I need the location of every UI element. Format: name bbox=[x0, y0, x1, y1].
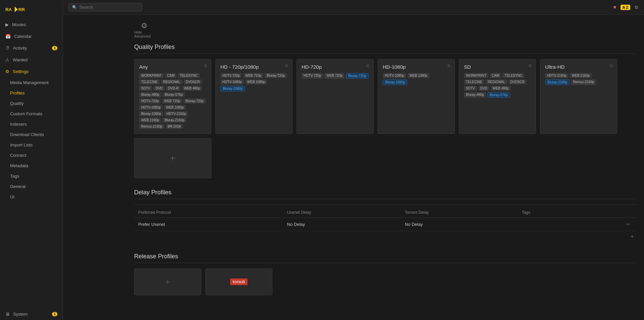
profile-tag: HDTV-2160p bbox=[164, 111, 188, 116]
system-icon: 🖥 bbox=[5, 312, 10, 317]
add-profile-plus-icon: + bbox=[170, 153, 175, 164]
copy-profile-button[interactable]: ⎘ bbox=[448, 63, 450, 68]
profile-tags-list: HDTV-1080pWEB 1080pBluray-1080p bbox=[383, 73, 450, 85]
sidebar-sub-tags[interactable]: Tags bbox=[0, 171, 63, 181]
col-usenet-delay: Usenet Delay bbox=[283, 207, 401, 218]
profile-tag: HDTV-1080p bbox=[139, 105, 163, 110]
add-delay-profile-button[interactable]: + bbox=[628, 233, 636, 241]
calendar-icon: 📅 bbox=[5, 34, 11, 39]
release-profile-card-koraub[interactable]: koraub bbox=[205, 268, 272, 295]
quality-profile-card-hd-720p[interactable]: ⎘HD-720pHDTV-720pWEB 720pBluray-720p bbox=[297, 59, 374, 134]
search-input[interactable] bbox=[79, 5, 139, 10]
profile-tag: Bluray-2160p bbox=[162, 118, 186, 123]
sidebar-item-settings[interactable]: ⚙ Settings bbox=[0, 66, 63, 77]
profile-tag: HDTV-720p bbox=[139, 99, 161, 104]
preferred-protocol-value: Prefer Usenet bbox=[134, 218, 283, 231]
profile-tag: TELESYNC bbox=[502, 73, 524, 78]
profile-tag: REGIONAL bbox=[161, 79, 182, 84]
copy-profile-button[interactable]: ⎘ bbox=[610, 63, 613, 68]
user-badge: A Z bbox=[621, 5, 630, 10]
topbar: 🔍 ♥ A Z ⚙ bbox=[63, 0, 644, 15]
add-quality-profile-card[interactable]: + bbox=[134, 138, 211, 178]
profile-tag: WEB 480p bbox=[182, 86, 202, 91]
profile-tag: HDTV-1080p bbox=[220, 79, 244, 84]
profile-card-title: Ultra-HD bbox=[545, 64, 612, 70]
sidebar-item-wanted[interactable]: ⚠ Wanted bbox=[0, 54, 63, 66]
profile-tag: Bluray-1080p bbox=[383, 79, 407, 85]
quality-profile-card-sd[interactable]: ⎘SDWORKPRINTCAMTELESYNCTELECINEREGIONALD… bbox=[459, 59, 536, 134]
profile-tag: WEB 1080p bbox=[408, 73, 429, 78]
sidebar-item-system[interactable]: 🖥 System 1 bbox=[0, 308, 63, 320]
delay-profiles-title: Delay Profiles bbox=[134, 189, 636, 199]
add-release-profile-card[interactable]: + bbox=[134, 268, 201, 295]
profile-tag: WORKPRINT bbox=[464, 73, 488, 78]
profile-tag: Bluray-576p bbox=[487, 92, 510, 98]
table-row: Prefer Usenet No Delay No Delay ✏ bbox=[134, 218, 636, 231]
edit-delay-profile-button[interactable]: ✏ bbox=[624, 221, 632, 228]
usenet-delay-value: No Delay bbox=[283, 218, 401, 231]
profile-tag: HDTV-720p bbox=[220, 73, 242, 78]
search-box[interactable]: 🔍 bbox=[68, 3, 142, 11]
profile-tag: WEB 2160p bbox=[570, 73, 592, 78]
sidebar-sub-quality[interactable]: Quality bbox=[0, 98, 63, 109]
tags-value bbox=[518, 218, 578, 231]
copy-profile-button[interactable]: ⎘ bbox=[367, 63, 369, 68]
sidebar-item-activity[interactable]: ⏱ Activity 1 bbox=[0, 42, 63, 54]
profile-card-title: Any bbox=[139, 64, 206, 70]
logo-area: RA RR bbox=[0, 0, 63, 19]
movies-icon: ▶ bbox=[5, 22, 9, 27]
hide-advanced-label: Hide Advanced bbox=[134, 30, 154, 38]
profile-tag: DVD-R bbox=[166, 86, 181, 91]
delay-profiles-section: Delay Profiles Preferred Protocol Usenet… bbox=[134, 189, 636, 242]
profile-tags-list: HDTV-720pWEB 720pBluray-720pHDTV-1080pWE… bbox=[220, 73, 287, 91]
copy-profile-button[interactable]: ⎘ bbox=[285, 63, 288, 68]
heart-icon: ♥ bbox=[613, 4, 616, 10]
col-tags: Tags bbox=[518, 207, 578, 218]
profile-tag: DVDSCR bbox=[508, 79, 527, 84]
profile-tag: Remux-2160p bbox=[571, 79, 596, 85]
copy-profile-button[interactable]: ⎘ bbox=[529, 63, 532, 68]
sidebar-sub-general[interactable]: General bbox=[0, 181, 63, 192]
release-profiles-section: Release Profiles + koraub bbox=[134, 253, 636, 295]
sidebar-sub-metadata[interactable]: Metadata bbox=[0, 161, 63, 171]
profile-tag: WEB 720p bbox=[324, 73, 344, 79]
sidebar: RA RR ▶ Movies 📅 Calendar ⏱ Activity 1 ⚠… bbox=[0, 0, 63, 320]
torrent-delay-value: No Delay bbox=[401, 218, 518, 231]
profile-tag: Remux-2160p bbox=[139, 124, 164, 129]
sidebar-sub-profiles[interactable]: Profiles bbox=[0, 88, 63, 98]
profile-tags-list: WORKPRINTCAMTELESYNCTELECINEREGIONALDVDS… bbox=[464, 73, 531, 98]
quality-profile-card-ultra-hd[interactable]: ⎘Ultra-HDHDTV-2160pWEB 2160pBluray-2160p… bbox=[540, 59, 617, 134]
sidebar-item-calendar[interactable]: 📅 Calendar bbox=[0, 30, 63, 42]
profile-tags-list: WORKPRINTCAMTELESYNCTELECINEREGIONALDVDS… bbox=[139, 73, 206, 129]
sidebar-sub-download-clients[interactable]: Download Clients bbox=[0, 129, 63, 140]
sidebar-item-movies[interactable]: ▶ Movies bbox=[0, 19, 63, 30]
quality-profile-card-hd-1080p[interactable]: ⎘HD-1080pHDTV-1080pWEB 1080pBluray-1080p bbox=[378, 59, 455, 134]
profile-tags-list: HDTV-720pWEB 720pBluray-720p bbox=[302, 73, 369, 79]
profile-tag: HDTV-720p bbox=[302, 73, 323, 79]
copy-profile-button[interactable]: ⎘ bbox=[204, 63, 207, 68]
profile-tag: Bluray-1080p bbox=[139, 111, 163, 116]
topbar-settings-icon[interactable]: ⚙ bbox=[634, 5, 639, 10]
profile-tag: DVDSCR bbox=[184, 79, 202, 84]
profile-tag: CAM bbox=[165, 73, 176, 78]
profile-tag: TELECINE bbox=[139, 79, 160, 84]
profile-tags-list: HDTV-2160pWEB 2160pBluray-2160pRemux-216… bbox=[545, 73, 612, 85]
quality-profiles-title: Quality Profiles bbox=[134, 44, 636, 54]
sidebar-sub-media-management[interactable]: Media Management bbox=[0, 77, 63, 88]
sidebar-sub-ui[interactable]: UI bbox=[0, 192, 63, 202]
hide-advanced-button[interactable]: ⚙ Hide Advanced bbox=[134, 21, 154, 38]
profile-card-title: SD bbox=[464, 64, 531, 70]
sidebar-sub-indexers[interactable]: Indexers bbox=[0, 119, 63, 129]
release-profiles-title: Release Profiles bbox=[134, 253, 636, 263]
profile-tag: Bluray-720p bbox=[265, 73, 287, 78]
quality-profiles-grid: ⎘AnyWORKPRINTCAMTELESYNCTELECINEREGIONAL… bbox=[134, 59, 636, 178]
sidebar-item-system-label: System bbox=[13, 312, 28, 317]
sidebar-sub-import-lists[interactable]: Import Lists bbox=[0, 140, 63, 150]
profile-card-title: HD - 720p/1080p bbox=[220, 64, 287, 70]
sidebar-sub-connect[interactable]: Connect bbox=[0, 150, 63, 161]
sidebar-sub-custom-formats[interactable]: Custom Formats bbox=[0, 109, 63, 119]
profile-card-title: HD-1080p bbox=[383, 64, 450, 70]
sidebar-item-wanted-label: Wanted bbox=[13, 57, 28, 62]
quality-profile-card-any[interactable]: ⎘AnyWORKPRINTCAMTELESYNCTELECINEREGIONAL… bbox=[134, 59, 211, 134]
quality-profile-card-hd-720p-1080p[interactable]: ⎘HD - 720p/1080pHDTV-720pWEB 720pBluray-… bbox=[215, 59, 292, 134]
